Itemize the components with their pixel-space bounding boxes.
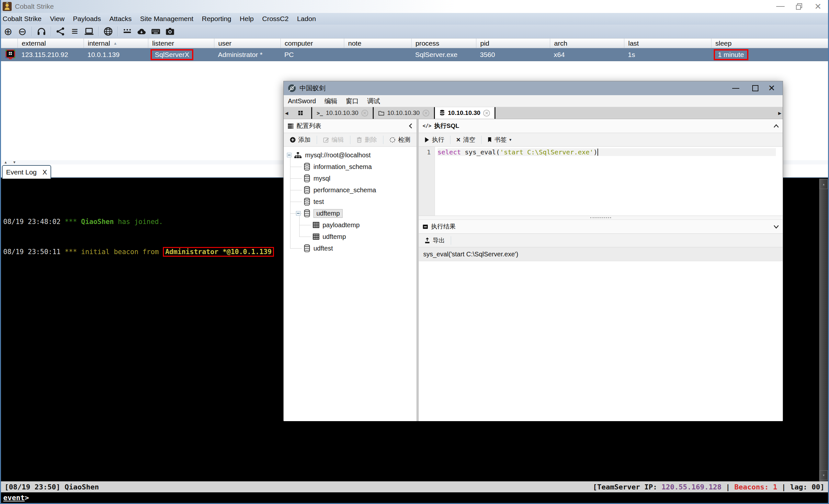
clear-button[interactable]: × 清空 — [450, 135, 481, 144]
headphones-icon[interactable] — [35, 26, 47, 37]
terminal-scrollbar[interactable]: ▴ ▾ — [819, 179, 828, 481]
antsword-maximize-button[interactable] — [749, 81, 762, 95]
tree-item-database-selected[interactable]: udftemp — [284, 207, 417, 219]
export-button[interactable]: 导出 — [419, 236, 451, 245]
menu-reporting[interactable]: Reporting — [197, 13, 236, 25]
minimize-icon — [732, 88, 739, 89]
column-icon[interactable] — [0, 39, 17, 48]
tab-home[interactable] — [289, 107, 312, 119]
check-button[interactable]: 检测 — [384, 135, 417, 144]
tree-item-database[interactable]: test — [284, 196, 417, 207]
minimize-button[interactable] — [771, 0, 790, 13]
column-user[interactable]: user — [214, 39, 281, 48]
tree-item-database[interactable]: performance_schema — [284, 184, 417, 196]
edit-button[interactable]: 编辑 — [317, 135, 350, 144]
antsword-titlebar[interactable]: 中国蚁剑 ✕ — [284, 81, 783, 95]
options-icon[interactable] — [121, 26, 134, 37]
menu-payloads[interactable]: Payloads — [69, 13, 105, 25]
antsword-minimize-button[interactable] — [729, 81, 742, 95]
column-computer[interactable]: computer — [281, 39, 344, 48]
antsword-close-button[interactable]: ✕ — [765, 81, 778, 95]
menu-view[interactable]: View — [46, 13, 69, 25]
tabs-scroll-right-icon[interactable]: ▶ — [777, 107, 783, 119]
splitter-down-icon[interactable]: ▼ — [13, 161, 16, 164]
sql-editor[interactable]: 1 select sys_eval('start C:\SqlServer.ex… — [419, 147, 783, 216]
globe-icon[interactable] — [102, 26, 114, 37]
menu-edit[interactable]: 编辑 — [320, 97, 341, 106]
column-external[interactable]: external — [17, 39, 83, 48]
result-row[interactable]: sys_eval('start C:\SqlServer.exe') — [419, 247, 783, 261]
cloud-download-icon[interactable] — [135, 26, 148, 37]
tree-item-table[interactable]: payloadtemp — [284, 219, 417, 231]
scroll-down-icon[interactable]: ▾ — [820, 470, 828, 480]
keyboard-icon[interactable] — [150, 26, 162, 37]
result-panel-header[interactable]: 执行结果 — [419, 220, 783, 234]
teamserver-ip: 120.55.169.128 — [661, 483, 721, 491]
menu-window[interactable]: 窗口 — [341, 97, 363, 106]
event-log-tab-close[interactable]: X — [42, 168, 47, 176]
collapse-left-icon[interactable] — [409, 123, 412, 128]
menu-site-management[interactable]: Site Management — [136, 13, 198, 25]
column-internal[interactable]: internal▲ — [83, 39, 148, 48]
tab-database[interactable]: 10.10.10.30 ✕ — [435, 107, 496, 119]
tab-close-icon[interactable]: ✕ — [423, 110, 429, 117]
panel-divider[interactable] — [417, 119, 419, 421]
restore-button[interactable] — [790, 0, 809, 13]
menu-antsword[interactable]: AntSword — [284, 98, 320, 105]
collapse-box-icon[interactable] — [287, 153, 291, 157]
column-last[interactable]: last — [624, 39, 711, 48]
scroll-up-icon[interactable]: ▴ — [820, 179, 828, 189]
cell-note — [344, 48, 411, 61]
add-button[interactable]: 添加 — [284, 135, 317, 144]
tree-item-database[interactable]: mysql — [284, 172, 417, 184]
run-button[interactable]: 执行 — [419, 135, 450, 144]
menu-cobalt-strike[interactable]: Cobalt Strike — [0, 13, 46, 25]
column-pid[interactable]: pid — [476, 39, 550, 48]
menu-debug[interactable]: 调试 — [363, 97, 384, 106]
zoom-in-icon[interactable]: ⊕ — [2, 26, 14, 37]
tab-close-icon[interactable]: ✕ — [483, 110, 490, 117]
tab-files[interactable]: 10.10.10.30 ✕ — [374, 107, 435, 119]
config-toolbar: 添加 编辑 删除 检测 — [284, 133, 417, 147]
splitter-up-icon[interactable]: ▲ — [4, 161, 7, 164]
tab-event-log[interactable]: Event Log X — [2, 165, 51, 179]
menu-ladon[interactable]: Ladon — [293, 13, 320, 25]
database-tree: mysql://root@localhost information_schem… — [284, 147, 417, 421]
zoom-out-icon[interactable]: ⊖ — [16, 26, 29, 37]
column-process[interactable]: process — [411, 39, 476, 48]
beacon-table-row[interactable]: 123.115.210.92 10.0.1.139 SqlServerX Adm… — [0, 48, 829, 61]
tree-item-database[interactable]: information_schema — [284, 161, 417, 172]
event-command-input[interactable]: event> — [0, 492, 829, 503]
close-button[interactable]: ✕ — [808, 0, 828, 13]
menu-attacks[interactable]: Attacks — [105, 13, 136, 25]
sql-panel-header[interactable]: </> 执行SQL — [419, 119, 783, 133]
column-sleep[interactable]: sleep — [711, 39, 829, 48]
bookmark-button[interactable]: 书签 ▾ — [481, 135, 517, 144]
cell-user: Administrator * — [214, 48, 281, 61]
menu-crossc2[interactable]: CrossC2 — [258, 13, 293, 25]
editor-result-splitter[interactable] — [419, 216, 783, 220]
table-icon — [313, 233, 319, 240]
tab-close-icon[interactable]: ✕ — [361, 110, 368, 117]
menu-help[interactable]: Help — [236, 13, 258, 25]
column-listener[interactable]: listener — [148, 39, 214, 48]
tree-item-label-selected: udftemp — [314, 209, 343, 218]
tab-terminal[interactable]: >_ 10.10.10.30 ✕ — [312, 107, 374, 119]
toolbar-separator — [51, 27, 51, 36]
chevron-up-icon[interactable] — [773, 124, 779, 128]
collapse-box-icon[interactable] — [296, 211, 300, 216]
share-icon[interactable] — [55, 26, 67, 37]
tree-item-connection[interactable]: mysql://root@localhost — [284, 149, 417, 161]
tabs-scroll-left-icon[interactable]: ◀ — [284, 107, 289, 119]
editor-code-area[interactable]: select sys_eval('start C:\SqlServer.exe'… — [435, 147, 783, 216]
column-note[interactable]: note — [344, 39, 411, 48]
menu-icon[interactable]: ≡ — [69, 26, 81, 37]
delete-button[interactable]: 删除 — [350, 135, 384, 144]
laptop-icon[interactable] — [83, 26, 95, 37]
tree-item-database[interactable]: udftest — [284, 242, 417, 254]
chevron-down-icon[interactable] — [773, 225, 779, 229]
tree-item-table[interactable]: udftemp — [284, 231, 417, 242]
screenshot-icon[interactable] — [164, 26, 176, 37]
column-arch[interactable]: arch — [550, 39, 624, 48]
tree-item-label: payloadtemp — [323, 222, 360, 229]
